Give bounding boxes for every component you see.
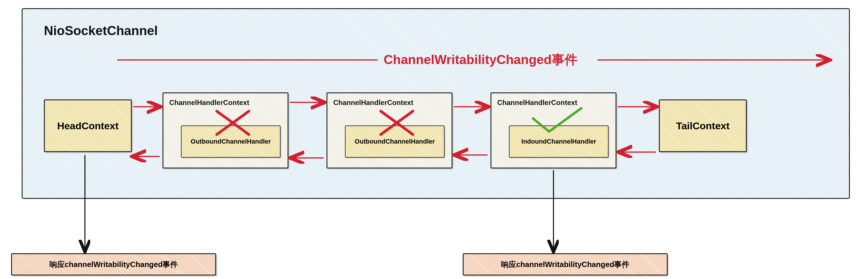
context-3-title: ChannelHandlerContext — [497, 99, 577, 107]
container-title: NioSocketChannel — [44, 24, 158, 38]
context-2-handler-box: OutboundChannelHandler — [345, 126, 444, 158]
response-box-left: 响应channelWritabilityChanged事件 — [11, 253, 216, 276]
tail-context-box: TailContext — [659, 99, 747, 152]
response-box-right: 响应channelWritabilityChanged事件 — [463, 253, 668, 276]
context-3-handler-box: IndoundChannelHandler — [509, 126, 609, 158]
context-2-handler-label: OutboundChannelHandler — [354, 138, 435, 145]
channel-handler-context-1: ChannelHandlerContext OutboundChannelHan… — [162, 93, 288, 169]
response-left-label: 响应channelWritabilityChanged事件 — [50, 259, 178, 270]
head-context-label: HeadContext — [45, 100, 131, 151]
context-2-title: ChannelHandlerContext — [333, 99, 413, 107]
event-propagation-label: ChannelWritabilityChanged事件 — [384, 51, 578, 68]
head-context-box: HeadContext — [44, 99, 132, 152]
channel-handler-context-3: ChannelHandlerContext IndoundChannelHand… — [491, 93, 616, 169]
context-1-handler-box: OutboundChannelHandler — [181, 126, 281, 158]
context-1-title: ChannelHandlerContext — [169, 99, 249, 107]
channel-handler-context-2: ChannelHandlerContext OutboundChannelHan… — [327, 93, 453, 169]
context-1-handler-label: OutboundChannelHandler — [191, 138, 271, 145]
response-right-label: 响应channelWritabilityChanged事件 — [501, 259, 630, 270]
context-3-handler-label: IndoundChannelHandler — [521, 138, 596, 145]
tail-context-label: TailContext — [660, 100, 746, 151]
